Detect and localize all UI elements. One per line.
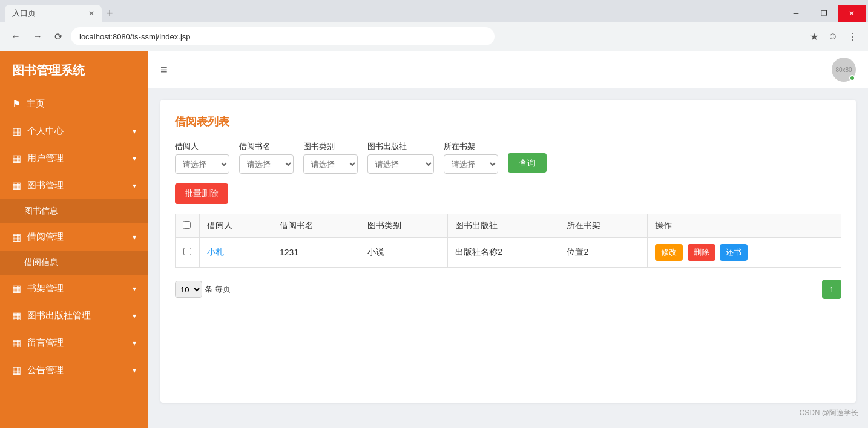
arrow-icon-profile: ▾ bbox=[133, 127, 136, 136]
page-btn-1[interactable]: 1 bbox=[822, 280, 841, 299]
sidebar-subitem-label-bookinfo: 图书信息 bbox=[24, 206, 58, 217]
edit-button[interactable]: 修改 bbox=[655, 244, 683, 261]
filter-category-label: 图书类别 bbox=[303, 141, 358, 152]
sidebar-item-message-mgmt[interactable]: ▦ 留言管理 ▾ bbox=[0, 329, 148, 357]
sidebar-menu: ⚑ 主页 ▦ 个人中心 ▾ ▦ 用户管理 ▾ ▦ 图书管理 ▾ bbox=[0, 90, 148, 428]
page-title: 借阅表列表 bbox=[175, 114, 841, 129]
table-header-bookname: 借阅书名 bbox=[272, 214, 360, 238]
tab-label: 入口页 bbox=[12, 8, 36, 19]
restore-btn[interactable]: ❐ bbox=[810, 5, 838, 22]
sidebar: 图书管理系统 ⚑ 主页 ▦ 个人中心 ▾ ▦ 用户管理 ▾ ▦ bbox=[0, 51, 148, 428]
filter-shelf: 所在书架 请选择 bbox=[444, 141, 498, 174]
page-buttons: 1 bbox=[822, 280, 841, 299]
grid-icon-publisher: ▦ bbox=[12, 310, 21, 321]
category-select[interactable]: 请选择 bbox=[303, 154, 358, 174]
row-shelf: 位置2 bbox=[559, 238, 647, 268]
arrow-icon-message: ▾ bbox=[133, 339, 136, 347]
sidebar-item-user-mgmt[interactable]: ▦ 用户管理 ▾ bbox=[0, 145, 148, 172]
bookname-select[interactable]: 请选择 bbox=[239, 154, 294, 174]
arrow-icon-publisher: ▾ bbox=[133, 312, 136, 320]
filter-borrower: 借阅人 请选择 bbox=[175, 141, 229, 174]
table-header-actions: 操作 bbox=[647, 214, 841, 238]
row-bookname: 1231 bbox=[272, 238, 360, 268]
close-btn[interactable]: ✕ bbox=[838, 5, 866, 22]
filter-bookname-label: 借阅书名 bbox=[239, 141, 294, 152]
grid-icon-book: ▦ bbox=[12, 180, 21, 191]
sidebar-subitem-label-borrowinfo: 借阅信息 bbox=[24, 257, 58, 268]
minimize-btn[interactable]: ─ bbox=[782, 5, 810, 22]
content-card: 借阅表列表 借阅人 请选择 借阅书名 请选择 bbox=[160, 100, 856, 403]
browser-tab[interactable]: 入口页 ✕ bbox=[5, 5, 102, 22]
select-all-checkbox[interactable] bbox=[183, 221, 191, 229]
arrow-icon-borrow: ▾ bbox=[133, 233, 136, 242]
shelf-select[interactable]: 请选择 bbox=[444, 154, 498, 174]
sidebar-item-label-shelf: 书架管理 bbox=[27, 283, 64, 294]
sidebar-item-publisher-mgmt[interactable]: ▦ 图书出版社管理 ▾ bbox=[0, 302, 148, 329]
home-icon: ⚑ bbox=[12, 98, 21, 110]
table-header-shelf: 所在书架 bbox=[559, 214, 647, 238]
sidebar-title: 图书管理系统 bbox=[0, 51, 148, 90]
avatar-label: 80x80 bbox=[835, 67, 852, 73]
arrow-icon-shelf: ▾ bbox=[133, 285, 136, 293]
borrower-select[interactable]: 请选择 bbox=[175, 154, 229, 174]
address-bar-input[interactable] bbox=[71, 27, 495, 45]
menu-btn[interactable]: ⋮ bbox=[844, 28, 861, 45]
grid-icon-user: ▦ bbox=[12, 153, 21, 164]
per-page-label: 条 每页 bbox=[205, 284, 231, 295]
row-actions: 修改 删除 还书 bbox=[647, 238, 841, 268]
filter-bookname: 借阅书名 请选择 bbox=[239, 141, 294, 174]
right-panel: ≡ 80x80 借阅表列表 借阅人 请选择 bbox=[148, 51, 868, 428]
back-btn[interactable]: ← bbox=[7, 28, 24, 44]
reload-btn[interactable]: ⟳ bbox=[51, 28, 66, 45]
sidebar-item-profile[interactable]: ▦ 个人中心 ▾ bbox=[0, 117, 148, 145]
row-checkbox-cell bbox=[176, 238, 200, 268]
data-table: 借阅人 借阅书名 图书类别 图书出版社 所在书架 操作 bbox=[175, 214, 841, 268]
filter-borrower-label: 借阅人 bbox=[175, 141, 229, 152]
sidebar-item-notice-mgmt[interactable]: ▦ 公告管理 ▾ bbox=[0, 357, 148, 384]
return-button[interactable]: 还书 bbox=[720, 244, 748, 261]
batch-delete-button[interactable]: 批量删除 bbox=[175, 183, 228, 204]
sidebar-item-book-mgmt[interactable]: ▦ 图书管理 ▾ bbox=[0, 172, 148, 199]
grid-icon-notice: ▦ bbox=[12, 364, 21, 376]
forward-btn[interactable]: → bbox=[29, 28, 46, 44]
row-checkbox[interactable] bbox=[183, 248, 191, 255]
filter-publisher: 图书出版社 请选择 bbox=[367, 141, 434, 174]
arrow-icon-book: ▾ bbox=[133, 182, 136, 190]
per-page-select[interactable]: 10 20 50 bbox=[175, 281, 202, 298]
sidebar-item-home[interactable]: ⚑ 主页 bbox=[0, 90, 148, 117]
sidebar-item-borrow-info[interactable]: 借阅信息 bbox=[0, 251, 148, 275]
sidebar-item-shelf-mgmt[interactable]: ▦ 书架管理 ▾ bbox=[0, 275, 148, 302]
arrow-icon-user: ▾ bbox=[133, 154, 136, 163]
grid-icon-shelf: ▦ bbox=[12, 283, 21, 294]
new-tab-btn[interactable]: + bbox=[102, 7, 118, 20]
table-header-checkbox bbox=[176, 214, 200, 238]
query-button[interactable]: 查询 bbox=[508, 153, 547, 173]
sidebar-item-borrow-mgmt[interactable]: ▦ 借阅管理 ▾ bbox=[0, 223, 148, 251]
sidebar-item-book-info[interactable]: 图书信息 bbox=[0, 199, 148, 223]
sidebar-item-label-user: 用户管理 bbox=[27, 153, 64, 164]
bookmark-btn[interactable]: ★ bbox=[806, 28, 822, 45]
filter-publisher-label: 图书出版社 bbox=[367, 141, 434, 152]
profile-btn[interactable]: ☺ bbox=[824, 28, 841, 44]
row-publisher: 出版社名称2 bbox=[448, 238, 559, 268]
sidebar-item-label-book: 图书管理 bbox=[27, 180, 64, 191]
table-row: 小札 1231 小说 出版社名称2 位置2 修改 删除 还书 bbox=[176, 238, 841, 268]
sidebar-item-label-profile: 个人中心 bbox=[27, 125, 64, 137]
arrow-icon-notice: ▾ bbox=[133, 366, 136, 375]
sidebar-item-label-borrow: 借阅管理 bbox=[27, 231, 64, 243]
sidebar-item-label-notice: 公告管理 bbox=[27, 364, 64, 376]
per-page-control: 10 20 50 条 每页 bbox=[175, 281, 231, 298]
avatar-status-dot bbox=[849, 75, 855, 81]
avatar: 80x80 bbox=[832, 58, 856, 82]
filter-category: 图书类别 请选择 bbox=[303, 141, 358, 174]
hamburger-btn[interactable]: ≡ bbox=[160, 63, 168, 77]
sidebar-item-label-message: 留言管理 bbox=[27, 337, 64, 349]
borrower-link[interactable]: 小札 bbox=[207, 247, 224, 257]
grid-icon-profile: ▦ bbox=[12, 125, 21, 137]
publisher-select[interactable]: 请选择 bbox=[367, 154, 434, 174]
delete-button[interactable]: 删除 bbox=[688, 244, 715, 261]
row-borrower: 小札 bbox=[200, 238, 272, 268]
top-bar: ≡ 80x80 bbox=[148, 51, 868, 88]
tab-close-btn[interactable]: ✕ bbox=[88, 9, 94, 18]
main-content: 借阅表列表 借阅人 请选择 借阅书名 请选择 bbox=[148, 88, 868, 428]
